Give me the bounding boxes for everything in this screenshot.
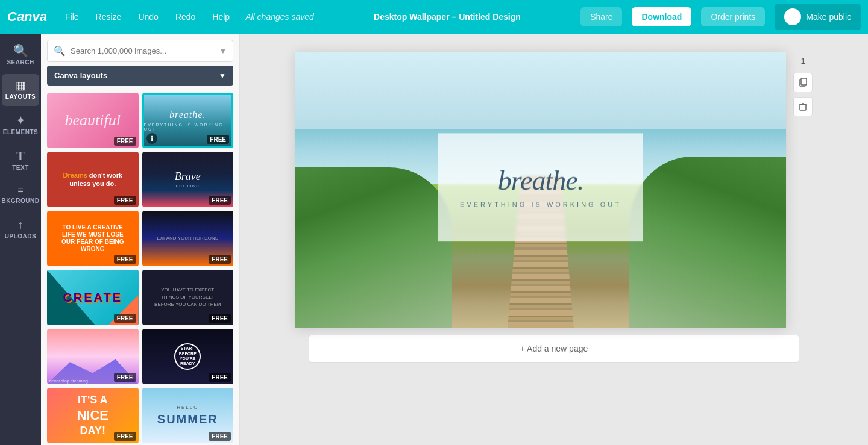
share-button[interactable]: Share (580, 7, 622, 26)
uploads-icon: ↑ (17, 219, 24, 231)
page-number: 1 (793, 54, 813, 68)
delete-page-button[interactable] (793, 97, 813, 116)
sidebar-item-label: TEXT (12, 164, 29, 171)
template-card-nice-day[interactable]: IT'S A NICE DAY! FREE (47, 388, 139, 443)
template-card-start-ready[interactable]: STARTBEFOREYOU'REREADY FREE (142, 329, 234, 384)
free-badge: FREE (114, 314, 136, 323)
search-box[interactable]: 🔍 ▼ (47, 40, 233, 62)
free-badge: FREE (209, 196, 231, 205)
text-icon: T (16, 150, 24, 162)
panel-search-section: 🔍 ▼ (41, 34, 239, 66)
template-card-horizons[interactable]: EXPAND YOUR HORIZONS FREE (142, 211, 234, 266)
free-badge: FREE (114, 137, 136, 146)
sidebar-item-label: BKGROUND (2, 198, 40, 204)
filter-label: Canva layouts (54, 71, 107, 80)
free-badge: FREE (209, 255, 231, 264)
saved-status: All changes saved (245, 12, 314, 22)
copy-page-button[interactable] (793, 73, 813, 92)
right-grass (629, 157, 786, 328)
trash-icon (798, 102, 808, 111)
template-card-summer[interactable]: HELLO SUMMER FREE (142, 388, 234, 443)
info-icon[interactable]: ℹ (146, 133, 157, 144)
free-badge: FREE (114, 196, 136, 205)
template-card-brave[interactable]: Brave unknown FREE (142, 152, 234, 207)
canvas-area[interactable]: breathe. EVERYTHING IS WORKING OUT 1 (240, 34, 868, 445)
search-icon: 🔍 (54, 45, 66, 57)
canvas-subtitle: EVERYTHING IS WORKING OUT (460, 201, 621, 208)
template-card-beautiful[interactable]: beautiful FREE (47, 93, 139, 148)
free-badge: FREE (207, 135, 229, 144)
panel-filter-section: Canva layouts ▼ (41, 66, 239, 90)
sidebar-item-label: UPLOADS (5, 233, 36, 240)
free-badge: FREE (114, 373, 136, 382)
document-title: Desktop Wallpaper – Untitled Design (324, 12, 571, 22)
filter-dropdown[interactable]: Canva layouts ▼ (47, 66, 233, 86)
menu-help[interactable]: Help (209, 10, 233, 24)
search-input[interactable] (71, 46, 215, 55)
canvas[interactable]: breathe. EVERYTHING IS WORKING OUT (295, 52, 786, 328)
free-badge: FREE (209, 373, 231, 382)
order-prints-button[interactable]: Order prints (701, 7, 765, 26)
canvas-wrapper: breathe. EVERYTHING IS WORKING OUT 1 (295, 52, 813, 328)
menu-resize[interactable]: Resize (92, 10, 125, 24)
sidebar-item-layouts[interactable]: ▦ LAYOUTS (2, 74, 39, 106)
make-public-button[interactable]: Make public (775, 4, 861, 30)
search-icon: 🔍 (13, 45, 28, 57)
free-badge: FREE (209, 432, 231, 441)
template-card-creative-life[interactable]: TO LIVE A CREATIVE LIFE WE MUST LOSE OUR… (47, 211, 139, 266)
download-button[interactable]: Download (632, 7, 691, 26)
canvas-main-title: breathe. (498, 167, 583, 194)
svg-rect-2 (800, 105, 806, 110)
main-layout: 🔍 SEARCH ▦ LAYOUTS ✦ ELEMENTS T TEXT ≡ B… (0, 34, 868, 445)
background-icon: ≡ (17, 185, 23, 195)
left-grass (295, 167, 452, 328)
template-card-breathe[interactable]: breathe. EVERYTHING IS WORKING OUT ℹ FRE… (142, 93, 234, 148)
top-navigation: Canva File Resize Undo Redo Help All cha… (0, 0, 868, 34)
sidebar-item-label: ELEMENTS (3, 129, 38, 135)
menu-redo[interactable]: Redo (172, 10, 199, 24)
sidebar: 🔍 SEARCH ▦ LAYOUTS ✦ ELEMENTS T TEXT ≡ B… (0, 34, 41, 445)
free-badge: FREE (209, 314, 231, 323)
template-panel: 🔍 ▼ Canva layouts ▼ beautiful FREE breat… (41, 34, 240, 445)
sidebar-item-uploads[interactable]: ↑ UPLOADS (2, 213, 39, 246)
free-badge: FREE (114, 255, 136, 264)
sidebar-item-text[interactable]: T TEXT (2, 144, 39, 177)
template-card-expect[interactable]: YOU HAVE TO EXPECT THINGS OF YOURSELF BE… (142, 270, 234, 325)
layouts-icon: ▦ (16, 80, 26, 91)
template-card-dreams[interactable]: Dreams don't work unless you do. FREE (47, 152, 139, 207)
avatar (784, 8, 801, 25)
template-card-mountain[interactable]: never stop dreaming FREE (47, 329, 139, 384)
sidebar-item-elements[interactable]: ✦ ELEMENTS (2, 108, 39, 142)
canvas-text-overlay: breathe. EVERYTHING IS WORKING OUT (438, 133, 643, 241)
sidebar-item-label: LAYOUTS (5, 93, 36, 100)
template-text: beautiful (65, 111, 121, 129)
sidebar-item-label: SEARCH (7, 59, 34, 66)
svg-rect-1 (801, 78, 807, 85)
chevron-down-icon: ▼ (219, 47, 227, 55)
add-page-bar[interactable]: + Add a new page (309, 335, 799, 363)
elements-icon: ✦ (16, 114, 26, 126)
template-card-create[interactable]: CREATE FREE (47, 270, 139, 325)
chevron-down-icon: ▼ (219, 72, 226, 80)
canvas-controls: 1 (793, 52, 813, 116)
menu-undo[interactable]: Undo (134, 10, 162, 24)
menu-file[interactable]: File (61, 10, 83, 24)
template-grid: beautiful FREE breathe. EVERYTHING IS WO… (41, 90, 239, 445)
canva-logo[interactable]: Canva (7, 9, 47, 25)
sky-layer (295, 52, 786, 129)
sidebar-item-background[interactable]: ≡ BKGROUND (2, 179, 39, 210)
copy-icon (798, 78, 808, 87)
free-badge: FREE (114, 432, 136, 441)
sidebar-item-search[interactable]: 🔍 SEARCH (2, 39, 39, 72)
